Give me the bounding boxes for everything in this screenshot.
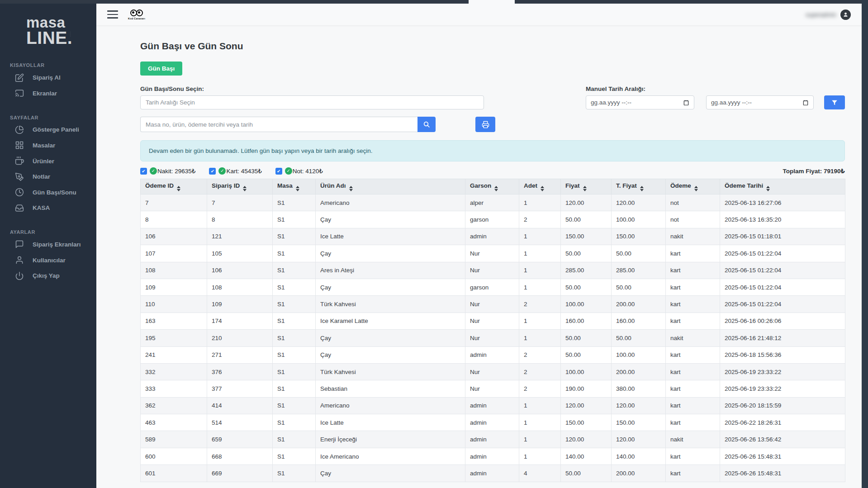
table-cell: S1	[273, 465, 316, 482]
hamburger-menu-icon[interactable]	[107, 10, 118, 19]
sidebar: masa LINE. ···· KISAYOLLARSipariş AlEkra…	[0, 4, 96, 488]
sort-icon[interactable]	[640, 186, 644, 191]
sort-icon[interactable]	[766, 186, 770, 191]
user-avatar[interactable]	[840, 9, 851, 20]
table-cell: 120.00	[561, 397, 612, 414]
summary-items: ✔✓Nakit: 29635₺✔✓Kart: 45435₺✔✓Not: 4120…	[140, 167, 323, 175]
inbox-icon	[15, 204, 24, 213]
logo-vertical-mark: ····	[69, 32, 71, 37]
checkbox-checked-icon[interactable]: ✔	[209, 168, 216, 175]
table-cell: 7	[207, 194, 273, 211]
sidebar-item-g-sterge-paneli[interactable]: Gösterge Paneli	[0, 122, 96, 138]
checkbox-checked-icon[interactable]: ✔	[275, 168, 282, 175]
summary-item-not[interactable]: ✔✓Not: 4120₺	[275, 167, 323, 175]
table-cell: S1	[273, 211, 316, 228]
sidebar-item-kullan-c-lar[interactable]: Kullanıcılar	[0, 252, 96, 268]
column-header-deme-tarihi[interactable]: Ödeme Tarihi	[720, 179, 845, 194]
column-header-sipari-id[interactable]: Sipariş ID	[207, 179, 273, 194]
table-cell: S1	[273, 363, 316, 380]
search-input[interactable]	[140, 117, 417, 132]
day-start-button[interactable]: Gün Başı	[140, 62, 182, 76]
checkbox-checked-icon[interactable]: ✔	[140, 168, 147, 175]
sidebar-item-ekranlar[interactable]: Ekranlar	[0, 85, 96, 101]
total-price-label: Toplam Fiyat: 79190₺	[783, 167, 845, 175]
kod-canavari-logo[interactable]: Kod Canavarı	[128, 9, 145, 20]
table-cell: S1	[273, 346, 316, 363]
calendar-icon[interactable]	[683, 99, 689, 106]
column-header-deme-id[interactable]: Ödeme ID	[141, 179, 207, 194]
table-cell: S1	[273, 330, 316, 346]
range-select-input[interactable]	[140, 95, 484, 109]
table-cell: nakit	[666, 431, 720, 448]
sidebar-item-sipari-ekranlar[interactable]: Sipariş Ekranları	[0, 237, 96, 252]
table-cell: 1	[519, 245, 561, 262]
sort-icon[interactable]	[349, 186, 353, 191]
table-cell: 2025-06-19 23:33:22	[720, 380, 845, 397]
date-to-input[interactable]: gg.aa.yyyy --:--	[706, 95, 814, 109]
search-button[interactable]	[417, 117, 436, 132]
column-header-t-fiyat[interactable]: T. Fiyat	[612, 179, 666, 194]
table-header-row: Ödeme IDSipariş IDMasaÜrün AdıGarsonAdet…	[141, 179, 845, 194]
table-cell: 2	[519, 363, 561, 380]
table-cell: 120.00	[561, 431, 612, 448]
sidebar-item-notlar[interactable]: Notlar	[0, 169, 96, 185]
column-header-r-n-ad[interactable]: Ürün Adı	[316, 179, 465, 194]
summary-item-nakit[interactable]: ✔✓Nakit: 29635₺	[140, 167, 195, 175]
column-header-fiyat[interactable]: Fiyat	[561, 179, 612, 194]
window-top-notch	[469, 0, 515, 4]
filter-button[interactable]	[824, 95, 845, 109]
column-header-masa[interactable]: Masa	[273, 179, 316, 194]
table-cell: 109	[141, 279, 207, 295]
table-cell: kart	[666, 313, 720, 329]
sort-icon[interactable]	[177, 186, 180, 191]
sort-icon[interactable]	[694, 186, 698, 191]
table-cell: S1	[273, 397, 316, 414]
table-cell: 150.00	[561, 228, 612, 245]
table-cell: S1	[273, 245, 316, 262]
sidebar-item-r-nler[interactable]: Ürünler	[0, 153, 96, 169]
page-title: Gün Başı ve Gün Sonu	[140, 41, 845, 52]
table-cell: Americano	[316, 397, 465, 414]
sidebar-item-label: Sipariş Al	[33, 74, 61, 81]
table-cell: 2025-06-26 15:48:31	[720, 465, 845, 482]
table-cell: Çay	[316, 346, 465, 363]
table-cell: admin	[465, 465, 519, 482]
sidebar-item-kasa[interactable]: KASA	[0, 200, 96, 216]
sort-icon[interactable]	[494, 186, 498, 191]
table-row: 600668S1Ice Americanoadmin1140.00140.00k…	[141, 448, 845, 464]
summary-item-kart[interactable]: ✔✓Kart: 45435₺	[209, 167, 261, 175]
column-header-deme[interactable]: Ödeme	[666, 179, 720, 194]
sidebar-item-masalar[interactable]: Masalar	[0, 137, 96, 153]
pie-chart-icon	[15, 125, 24, 134]
sidebar-item-k-yap[interactable]: Çıkış Yap	[0, 268, 96, 284]
column-header-garson[interactable]: Garson	[465, 179, 519, 194]
sidebar-item-label: Çıkış Yap	[33, 272, 60, 279]
table-cell: 2	[519, 346, 561, 363]
table-cell: 50.00	[561, 245, 612, 262]
table-cell: 241	[141, 346, 207, 363]
table-cell: 108	[141, 262, 207, 279]
table-cell: Nur	[465, 262, 519, 279]
app-logo[interactable]: masa LINE. ····	[0, 4, 96, 49]
sidebar-item-sipari-al[interactable]: Sipariş Al	[0, 70, 96, 85]
sort-icon[interactable]	[243, 186, 247, 191]
table-cell: 514	[207, 414, 273, 431]
sort-icon[interactable]	[296, 186, 299, 191]
calendar-icon[interactable]	[802, 99, 809, 106]
table-cell: 2025-06-26 15:48:31	[720, 448, 845, 464]
date-from-input[interactable]: gg.aa.yyyy --:--	[586, 95, 694, 109]
print-button[interactable]	[475, 117, 495, 132]
sidebar-item-g-n-ba-sonu[interactable]: Gün Başı/Sonu	[0, 185, 96, 200]
sort-icon[interactable]	[541, 186, 544, 191]
column-header-adet[interactable]: Adet	[519, 179, 561, 194]
table-cell: 285.00	[561, 262, 612, 279]
table-cell: 50.00	[612, 279, 666, 295]
table-cell: kart	[666, 245, 720, 262]
sort-icon[interactable]	[583, 186, 587, 191]
table-cell: 669	[207, 465, 273, 482]
table-cell: 2025-06-20 18:15:59	[720, 397, 845, 414]
table-cell: 150.00	[561, 414, 612, 431]
table-cell: Ice Latte	[316, 414, 465, 431]
table-cell: 1	[519, 397, 561, 414]
table-cell: 2025-06-15 01:22:04	[720, 245, 845, 262]
